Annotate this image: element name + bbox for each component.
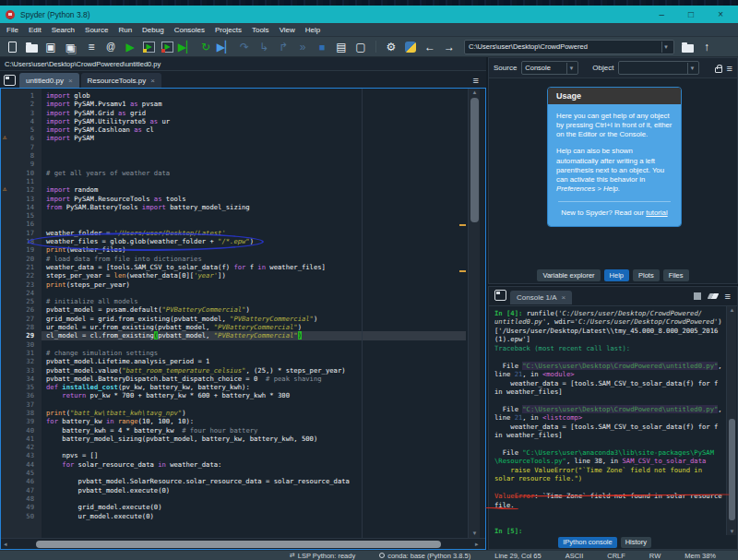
forward-button[interactable]: → (443, 40, 456, 54)
menu-item-search[interactable]: Search (52, 26, 75, 34)
scrollbar-handle[interactable] (470, 98, 479, 222)
code-line: print("batt_kw\tbatt_kwh\tavg_npv") (42, 409, 466, 417)
ink-ellipse-annotation (28, 232, 264, 251)
scroll-left-icon[interactable]: ◂ (4, 541, 11, 548)
code-line: return pv_kw * 700 + battery_kw * 600 + … (42, 391, 466, 399)
remove-variables-icon[interactable] (707, 293, 719, 299)
run-button[interactable]: ▶ (124, 40, 137, 54)
editor-options-menu-icon[interactable]: ≡ (473, 75, 484, 88)
code-line: # initialize all models (42, 297, 466, 305)
object-combobox[interactable]: ▼ (618, 61, 699, 75)
code-line: for solar_resource_data in weather_data: (42, 460, 466, 469)
close-icon[interactable]: × (68, 77, 73, 85)
menu-item-run[interactable]: Run (118, 26, 132, 34)
pane-tab-variable-explorer[interactable]: Variable explorer (537, 269, 600, 281)
scroll-up-icon[interactable]: ▲ (469, 89, 481, 97)
interrupt-kernel-icon[interactable] (694, 292, 701, 300)
new-window-file-button[interactable]: ▤ (335, 40, 348, 54)
scroll-down-icon[interactable]: ▼ (727, 528, 737, 535)
spyder-window: Spyder (Python 3.8) – □ × FileEditSearch… (0, 0, 738, 560)
menu-item-help[interactable]: Help (305, 26, 320, 34)
step-into-icon[interactable]: ↳ (257, 40, 270, 54)
console-line: line 21, in <module> (494, 370, 722, 378)
save-button[interactable]: ▣ (44, 40, 57, 54)
editor-tab-ResourceTools.py[interactable]: ResourceTools.py× (81, 73, 161, 88)
menu-item-view[interactable]: View (280, 26, 295, 34)
file-switcher-button[interactable]: ≡ (85, 40, 98, 54)
scrollbar-handle[interactable] (36, 541, 441, 548)
pane-tab-plots[interactable]: Plots (633, 269, 660, 281)
menu-item-source[interactable]: Source (85, 26, 108, 34)
source-combobox[interactable]: Console ▼ (521, 61, 578, 75)
scrollbar-handle[interactable] (729, 419, 735, 520)
line-number-gutter[interactable]: 123456⚠789101112⚠13141516171819202122232… (1, 89, 42, 538)
menu-item-projects[interactable]: Projects (215, 26, 242, 34)
browse-folder-icon (682, 44, 694, 53)
step-return-icon[interactable]: ↱ (277, 40, 290, 54)
console-scrollbar[interactable]: ▲ ▼ (726, 306, 736, 535)
save-all-button[interactable]: ▣ (64, 40, 77, 54)
pythonpath-button[interactable] (404, 40, 417, 54)
browse-tabs-icon[interactable] (4, 75, 16, 86)
rerun-button[interactable]: ↻ (199, 40, 212, 54)
scroll-down-icon[interactable]: ▼ (469, 530, 481, 538)
chevron-down-icon[interactable]: ▼ (661, 42, 670, 53)
code-line (42, 340, 466, 349)
column-ruler (362, 89, 363, 538)
window-title: Spyder (Python 3.8) (20, 10, 90, 19)
close-icon[interactable]: × (562, 293, 566, 302)
line-number: 39 (1, 417, 42, 425)
run-cell-button[interactable]: ▶ (143, 42, 155, 53)
pane-tab-help[interactable]: Help (604, 269, 629, 281)
scroll-right-icon[interactable]: ▸ (475, 541, 482, 548)
step-over-icon[interactable]: ↷ (238, 40, 251, 54)
help-options-menu-icon[interactable]: ≡ (727, 63, 732, 74)
line-number: 14 (1, 203, 42, 211)
working-directory-combobox[interactable]: C:\Users\user\Desktop\CrowdPowered ▼ (464, 40, 674, 54)
console-options-menu-icon[interactable]: ≡ (725, 291, 731, 302)
lock-icon[interactable] (715, 67, 722, 73)
console-tab[interactable]: Console 1/A × (510, 291, 572, 304)
close-button[interactable]: × (718, 10, 723, 19)
debug-button[interactable]: ▶▏ (219, 40, 232, 54)
console-line: untitled0.py', wdir='C:/Users/user/Deskt… (494, 317, 722, 326)
close-icon[interactable]: × (150, 77, 155, 85)
run-selection-button[interactable]: ▶▏ (180, 40, 193, 54)
editor-horizontal-scrollbar[interactable]: ◂ ▸ (1, 538, 485, 549)
menu-item-tools[interactable]: Tools (252, 26, 269, 34)
parent-directory-button[interactable]: ↑ (700, 40, 713, 54)
browse-directory-button[interactable] (681, 40, 694, 54)
menu-item-file[interactable]: File (6, 26, 18, 34)
line-number: 35 (1, 383, 42, 391)
run-cell-advance-button[interactable]: ▶ (161, 42, 173, 53)
debug-continue-icon[interactable]: » (296, 40, 309, 54)
stop-button[interactable]: ■ (315, 40, 328, 54)
pane-tab-files[interactable]: Files (663, 269, 689, 281)
minimize-button[interactable]: – (660, 10, 665, 19)
browse-tabs-icon[interactable] (494, 290, 506, 301)
symbol-finder-button[interactable]: @ (104, 40, 117, 54)
ipython-console[interactable]: In [4]: runfile('C:/Users/user/Desktop/C… (489, 305, 737, 535)
code-line: import PySAM.Pvsamv1 as pvsam (42, 100, 466, 108)
maximize-button[interactable]: □ (688, 10, 694, 19)
chevron-down-icon[interactable]: ▼ (687, 63, 696, 74)
line-number: 38 (1, 409, 42, 417)
open-file-button[interactable] (25, 40, 38, 54)
menu-item-debug[interactable]: Debug (142, 26, 164, 34)
back-button[interactable]: ← (423, 40, 436, 54)
menu-item-consoles[interactable]: Consoles (174, 26, 205, 34)
preferences-wrench-button[interactable]: ⚙ (385, 40, 398, 54)
scroll-up-icon[interactable]: ▲ (727, 306, 737, 314)
tutorial-link[interactable]: tutorial (646, 209, 667, 217)
new-file-button[interactable] (6, 40, 18, 54)
editor-tab-untitled0.py[interactable]: untitled0.py× (19, 73, 79, 88)
code-editor[interactable]: 123456⚠789101112⚠13141516171819202122232… (1, 89, 485, 538)
code-line (42, 151, 466, 160)
tab-ipython-console[interactable]: IPython console (558, 537, 616, 548)
help-content: Usage Here you can get help of any objec… (489, 78, 737, 267)
menu-item-edit[interactable]: Edit (29, 26, 42, 34)
editor-vertical-scrollbar[interactable]: ▲ ▼ (468, 89, 480, 538)
tab-history[interactable]: History (621, 537, 651, 548)
maximize-pane-button[interactable]: ▢ (354, 40, 367, 54)
chevron-down-icon[interactable]: ▼ (566, 63, 575, 74)
